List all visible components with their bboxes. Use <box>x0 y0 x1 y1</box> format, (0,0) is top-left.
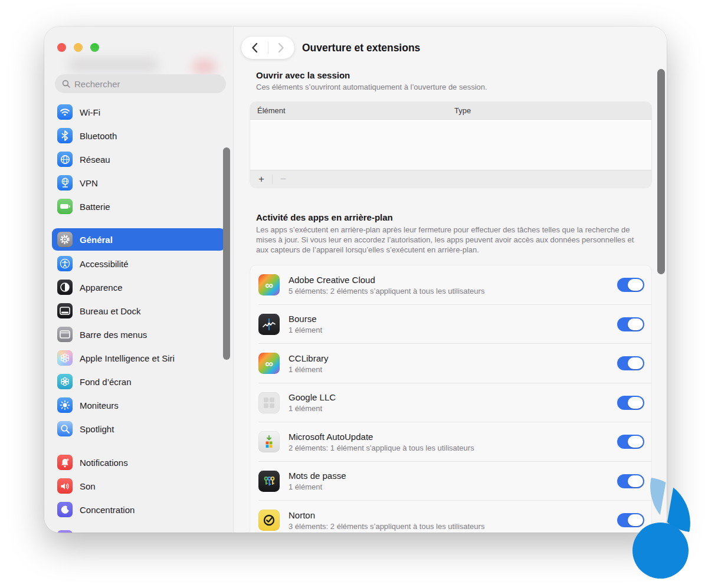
login-items-table: Élément Type + − <box>250 102 651 188</box>
sidebar-item-label: Apparence <box>80 282 123 293</box>
app-name: Norton <box>289 510 484 520</box>
sidebar-item-batterie[interactable]: Batterie <box>52 195 225 218</box>
back-button[interactable] <box>241 37 268 59</box>
login-section-title: Ouvrir avec la session <box>256 70 350 80</box>
page-title: Ouverture et extensions <box>302 42 420 54</box>
adobe-cc-icon: ∞ <box>258 353 280 374</box>
ms-autoupdate-icon <box>258 431 280 452</box>
app-name: CCLibrary <box>289 353 329 363</box>
app-name: Adobe Creative Cloud <box>289 275 484 285</box>
app-detail: 1 élément <box>289 482 346 491</box>
notifications-icon <box>57 455 73 470</box>
column-element[interactable]: Élément <box>250 106 454 115</box>
main-panel: Ouverture et extensions Ouvrir avec la s… <box>234 27 667 533</box>
app-detail: 3 éléments: 2 éléments s’appliquent à to… <box>289 522 484 531</box>
sidebar: Rechercher Wi-Fi Bluetooth Réseau VPN Ba… <box>44 27 234 533</box>
app-detail: 1 élément <box>289 326 322 334</box>
sidebar-item-bluetooth[interactable]: Bluetooth <box>52 124 225 147</box>
history-nav <box>241 37 294 59</box>
table-footer: + − <box>250 170 651 188</box>
spotlight-icon <box>57 421 73 436</box>
app-name: Microsoft AutoUpdate <box>289 432 474 442</box>
background-app-toggle[interactable] <box>617 356 644 370</box>
remove-login-item-button[interactable]: − <box>276 173 291 186</box>
background-app-row: Microsoft AutoUpdate 2 éléments: 1 éléme… <box>250 422 651 462</box>
sidebar-item-label: Wi-Fi <box>80 107 100 117</box>
background-app-toggle[interactable] <box>617 317 644 331</box>
bluetooth-icon <box>57 128 73 143</box>
adobe-cc-icon: ∞ <box>258 274 280 295</box>
sidebar-item-bureau-et-dock[interactable]: Bureau et Dock <box>52 300 225 322</box>
background-app-row: ∞ Adobe Creative Cloud 5 éléments: 2 élé… <box>250 265 651 305</box>
background-app-row: Norton 3 éléments: 2 éléments s’applique… <box>250 501 651 533</box>
sidebar-item-son[interactable]: Son <box>52 475 225 497</box>
app-detail: 1 élément <box>289 404 336 413</box>
search-input[interactable]: Rechercher <box>55 74 226 93</box>
wifi-icon <box>57 104 73 120</box>
general-icon <box>57 232 73 247</box>
app-name: Google LLC <box>289 392 336 402</box>
battery-icon <box>57 199 73 214</box>
toggle-knob <box>628 475 643 487</box>
toggle-knob <box>628 279 643 291</box>
sidebar-item-label: Apple Intelligence et Siri <box>80 353 175 363</box>
sidebar-item-spotlight[interactable]: Spotlight <box>52 418 225 440</box>
background-app-toggle[interactable] <box>617 474 644 488</box>
main-scrollbar[interactable] <box>657 69 665 274</box>
background-app-row: ∞ CCLibrary 1 élément <box>250 344 651 383</box>
zoom-button[interactable] <box>90 43 99 52</box>
sidebar-item-concentration[interactable]: Concentration <box>52 498 225 521</box>
background-apps-list: ∞ Adobe Creative Cloud 5 éléments: 2 élé… <box>250 265 651 533</box>
sidebar-item-partial[interactable] <box>52 527 225 533</box>
norton-icon <box>258 510 280 531</box>
sidebar-item-label: VPN <box>80 178 98 188</box>
sidebar-item-notifications[interactable]: Notifications <box>52 451 225 474</box>
sidebar-item-label: Fond d’écran <box>80 377 132 387</box>
sidebar-item-label: Réseau <box>80 155 110 165</box>
appearance-icon <box>57 280 73 295</box>
sidebar-item-barre-des-menus[interactable]: Barre des menus <box>52 323 225 346</box>
forward-button[interactable] <box>268 37 295 59</box>
sidebar-item-fond-d-cran[interactable]: Fond d’écran <box>52 370 225 393</box>
sidebar-item-wi-fi[interactable]: Wi-Fi <box>52 101 225 123</box>
toggle-knob <box>628 318 643 330</box>
background-app-row: Bourse 1 élément <box>250 305 651 344</box>
sidebar-item-label: Barre des menus <box>80 330 147 340</box>
sidebar-item-accessibilit-[interactable]: Accessibilité <box>52 252 225 275</box>
background-app-toggle[interactable] <box>617 513 644 527</box>
sidebar-scrollbar[interactable] <box>223 147 230 360</box>
background-app-row: Google LLC 1 élément <box>250 383 651 423</box>
footer-divider <box>272 175 273 184</box>
background-section-title: Activité des apps en arrière-plan <box>256 212 393 222</box>
search-icon <box>62 80 70 88</box>
sidebar-item-moniteurs[interactable]: Moniteurs <box>52 394 225 416</box>
background-app-toggle[interactable] <box>617 396 644 410</box>
focus-icon <box>57 502 73 517</box>
background-app-toggle[interactable] <box>617 435 644 449</box>
sound-icon <box>57 478 73 494</box>
minimize-button[interactable] <box>74 43 83 52</box>
app-name: Mots de passe <box>289 471 346 481</box>
app-detail: 5 éléments: 2 éléments s’appliquent à to… <box>289 287 484 295</box>
table-body-empty[interactable] <box>250 120 651 170</box>
app-detail: 1 élément <box>289 365 329 374</box>
close-button[interactable] <box>57 43 66 52</box>
vpn-icon <box>57 175 73 190</box>
toggle-knob <box>628 397 643 409</box>
wallpaper-icon <box>57 374 73 389</box>
sidebar-item-label: Son <box>80 481 96 491</box>
column-type[interactable]: Type <box>454 106 471 115</box>
sidebar-item-label: Batterie <box>80 202 110 212</box>
sidebar-item-g-n-ral[interactable]: Général <box>52 228 225 251</box>
sidebar-item-apparence[interactable]: Apparence <box>52 276 225 298</box>
displays-icon <box>57 398 73 413</box>
add-login-item-button[interactable]: + <box>254 173 269 186</box>
background-app-toggle[interactable] <box>617 278 644 292</box>
toggle-knob <box>628 357 643 369</box>
sidebar-item-vpn[interactable]: VPN <box>52 172 225 194</box>
sidebar-item-r-seau[interactable]: Réseau <box>52 148 225 170</box>
redacted-username-blur <box>68 57 159 73</box>
sidebar-item-label: Notifications <box>80 458 128 468</box>
sidebar-item-apple-intelligence-et-siri[interactable]: Apple Intelligence et Siri <box>52 347 225 369</box>
stocks-icon <box>258 314 280 335</box>
